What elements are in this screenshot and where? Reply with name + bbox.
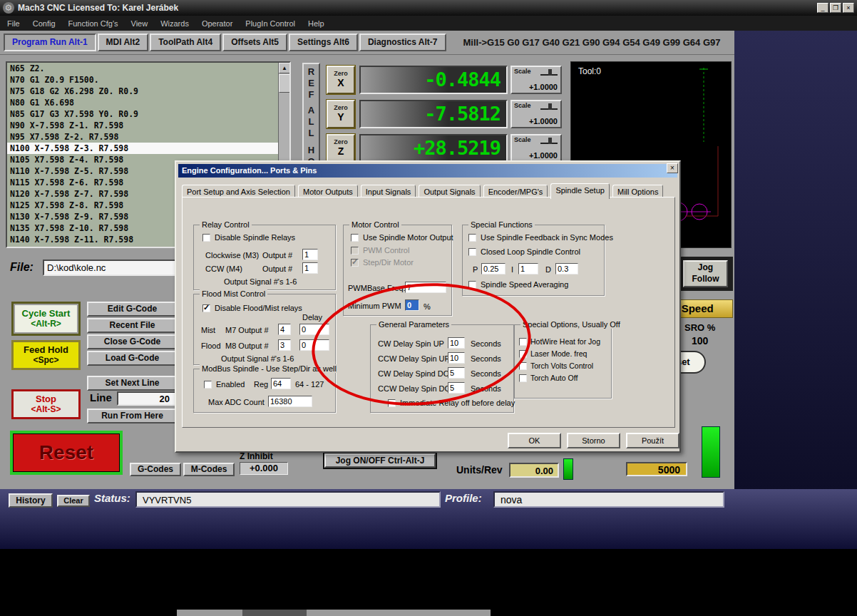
hotwire-checkbox[interactable] [519, 338, 527, 346]
app-logo-icon: ⚙ [3, 2, 14, 14]
spindle-rpm-value[interactable]: 5000 [626, 462, 687, 476]
torch-volts-checkbox[interactable] [519, 362, 527, 370]
dialog-titlebar[interactable]: Engine Configuration... Ports & Pins [178, 164, 677, 178]
clear-button[interactable]: Clear [57, 495, 90, 507]
menu-plugin-control[interactable]: PlugIn Control [245, 19, 295, 28]
history-button[interactable]: History [9, 493, 53, 508]
line-number-field[interactable]: 20 [117, 391, 177, 406]
z-inhibit-value[interactable]: +0.000 [240, 462, 288, 475]
jog-follow-button[interactable]: Jog Follow [683, 260, 728, 287]
pwmbase-freq-input[interactable] [405, 282, 446, 293]
menu-wizards[interactable]: Wizards [160, 19, 189, 28]
recent-file-button[interactable]: Recent File [87, 318, 178, 333]
cycle-start-button[interactable]: Cycle Start <Alt-R> [11, 302, 81, 336]
ccw-output-input[interactable] [302, 262, 318, 274]
edit-gcode-button[interactable]: Edit G-Code [87, 302, 178, 317]
gcode-line[interactable]: N90 X-7.598 Z-1. R7.598 [7, 120, 289, 131]
gcode-line[interactable]: N80 G1 X6.698 [7, 97, 289, 108]
scale-y[interactable]: Scale +1.0000 [510, 100, 562, 128]
close-button[interactable]: × [843, 3, 854, 13]
units-rev-value[interactable]: 0.00 [509, 463, 559, 478]
use-spindle-motor-output-checkbox[interactable] [351, 234, 359, 242]
scrollbar-thumb[interactable] [279, 74, 290, 93]
cw-delay-down-input[interactable] [448, 367, 465, 379]
ccw-delay-down-input[interactable] [448, 382, 465, 394]
immediate-relay-off-checkbox[interactable] [388, 399, 396, 407]
gcode-line-current[interactable]: N100 X-7.598 Z-3. R7.598 [7, 143, 289, 154]
zero-x-button[interactable]: Zero X [327, 66, 355, 94]
stop-button[interactable]: Stop <Alt-S> [11, 389, 81, 419]
cw-delay-up-input[interactable] [448, 337, 465, 349]
tab-offsets[interactable]: Offsets Alt5 [222, 34, 287, 51]
z-inhibit-label: Z Inhibit [240, 451, 273, 461]
scale-z[interactable]: Scale +1.0000 [510, 134, 562, 163]
step-dir-motor-checkbox[interactable] [351, 259, 359, 267]
flood-output-input[interactable] [278, 339, 291, 351]
disable-flood-mist-checkbox[interactable] [202, 304, 210, 312]
minimum-pwm-input[interactable] [405, 299, 419, 311]
menu-operator[interactable]: Operator [202, 19, 232, 28]
gcode-line[interactable]: N85 G17 G3 X7.598 Y0. R0.9 [7, 108, 289, 120]
gcode-line[interactable]: N95 X7.598 Z-2. R7.598 [7, 131, 289, 143]
mist-output-input[interactable] [278, 324, 291, 335]
laser-mode-checkbox[interactable] [519, 350, 527, 358]
feed-hold-button[interactable]: Feed Hold <Spc> [11, 340, 81, 370]
max-adc-count-input[interactable] [268, 396, 312, 407]
tab-spindle-setup[interactable]: Spindle Setup [550, 183, 610, 199]
sro-label: SRO % [684, 322, 715, 333]
ccw-delay-up-input[interactable] [448, 352, 465, 364]
reset-button[interactable]: Reset [10, 431, 123, 475]
menu-view[interactable]: View [131, 19, 148, 28]
pid-i-input[interactable] [518, 263, 538, 274]
closed-loop-checkbox[interactable] [468, 248, 476, 256]
set-next-line-button[interactable]: Set Next Line [87, 376, 178, 391]
profile-field: nova [493, 491, 724, 508]
dro-x-value[interactable]: -0.4844 [359, 66, 508, 94]
dro-y-value[interactable]: -7.5812 [359, 100, 508, 128]
pid-p-input[interactable] [481, 263, 506, 274]
torch-auto-off-checkbox[interactable] [519, 374, 527, 382]
dialog-close-icon[interactable]: × [667, 163, 678, 173]
tab-mdi[interactable]: MDI Alt2 [98, 34, 149, 51]
jog-onoff-button[interactable]: Jog ON/OFF Ctrl-Alt-J [324, 453, 436, 468]
spindle-feedback-checkbox[interactable] [468, 234, 476, 242]
gcode-line[interactable]: N65 Z2. [7, 63, 289, 74]
dro-z-value[interactable]: +28.5219 [359, 134, 508, 163]
spindle-speed-averaging-checkbox[interactable] [468, 281, 476, 289]
tab-diagnostics[interactable]: Diagnostics Alt-7 [359, 34, 446, 51]
modbus-reg-input[interactable] [271, 378, 291, 389]
spindle-setup-pane: Relay Control Disable Spindle Relays Clo… [182, 197, 675, 428]
scroll-up-icon[interactable]: ▲ [279, 63, 290, 73]
zero-y-button[interactable]: Zero Y [327, 100, 355, 128]
disable-spindle-relays-checkbox[interactable] [202, 234, 210, 242]
minimize-button[interactable]: _ [817, 3, 828, 13]
menu-config[interactable]: Config [33, 19, 56, 28]
gcodes-button[interactable]: G-Codes [130, 463, 181, 476]
cw-output-input[interactable] [302, 249, 318, 260]
menu-help[interactable]: Help [308, 19, 324, 28]
right-margin [734, 31, 857, 549]
gcode-line[interactable]: N70 G1 Z0.9 F1500. [7, 74, 289, 86]
tab-settings[interactable]: Settings Alt6 [289, 34, 358, 51]
maximize-button[interactable]: ❐ [830, 3, 841, 13]
flood-delay-input[interactable] [299, 339, 329, 351]
pwm-control-checkbox[interactable] [351, 247, 359, 255]
tab-program-run[interactable]: Program Run Alt-1 [4, 34, 96, 51]
menu-file[interactable]: File [7, 19, 20, 28]
pid-d-input[interactable] [555, 263, 578, 274]
tab-toolpath[interactable]: ToolPath Alt4 [150, 34, 221, 51]
run-from-here-button[interactable]: Run From Here [87, 409, 178, 423]
close-gcode-button[interactable]: Close G-Code [87, 334, 178, 349]
cancel-button[interactable]: Storno [567, 433, 620, 448]
zero-z-button[interactable]: Zero Z [327, 134, 355, 163]
ok-button[interactable]: OK [508, 433, 561, 448]
mcodes-button[interactable]: M-Codes [183, 463, 235, 476]
modbus-enabled-checkbox[interactable] [204, 381, 212, 389]
gcode-line[interactable]: N75 G18 G2 X6.298 Z0. R0.9 [7, 86, 289, 97]
load-gcode-button[interactable]: Load G-Code [87, 351, 178, 366]
apply-button[interactable]: Použít [626, 433, 679, 448]
screen-tab-row: Program Run Alt-1 MDI Alt2 ToolPath Alt4… [0, 31, 734, 55]
scale-x[interactable]: Scale +1.0000 [510, 66, 562, 94]
mist-delay-input[interactable] [299, 324, 329, 335]
menu-function-cfgs[interactable]: Function Cfg's [68, 19, 118, 28]
